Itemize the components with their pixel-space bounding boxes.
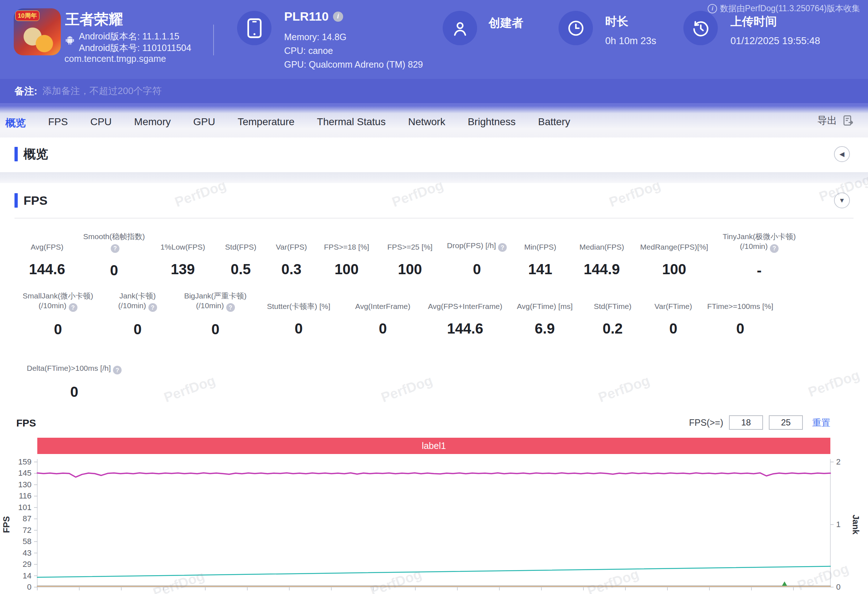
- stat-value: 0.3: [266, 261, 317, 277]
- android-version-name: Android版本名: 11.1.1.15: [79, 30, 191, 42]
- device-gpu: GPU: Qualcomm Adreno (TM) 829: [284, 59, 423, 70]
- nav-tab-Battery[interactable]: Battery: [538, 116, 570, 130]
- stat-value: 100: [376, 261, 443, 277]
- fps-collapse-button[interactable]: ▼: [834, 192, 850, 208]
- stat-value: 0.2: [583, 320, 642, 337]
- overview-title: 概览: [24, 146, 48, 162]
- device-memory: Memory: 14.8G: [284, 32, 346, 42]
- stat-r2-4: Avg(InterFrame)0: [342, 291, 424, 338]
- nav-bar: 概览FPSCPUMemoryGPUTemperatureThermal Stat…: [0, 103, 868, 137]
- stat-label: Std(FTime): [583, 291, 642, 311]
- section-separator: [0, 172, 868, 183]
- stat-value: 100: [633, 261, 715, 277]
- stat-value: 0: [16, 384, 132, 400]
- fps-threshold-high-input[interactable]: [769, 415, 803, 430]
- creator-icon-circle: [443, 11, 477, 45]
- nav-tab-GPU[interactable]: GPU: [193, 116, 216, 130]
- svg-text:58: 58: [23, 537, 31, 546]
- device-info-icon[interactable]: i: [333, 12, 343, 22]
- android-version-block: Android版本名: 11.1.1.15 Android版本号: 110101…: [65, 30, 191, 53]
- stat-r2-1: Jank(卡顿) (/10min)?0: [100, 291, 176, 338]
- stat-r1-4: Var(FPS)0.3: [266, 231, 317, 279]
- upload-label: 上传时间: [731, 14, 777, 29]
- stat-r2-2: BigJank(严重卡顿) (/10min)?0: [176, 291, 255, 338]
- help-icon[interactable]: ?: [111, 244, 120, 253]
- nav-tab-Brightness[interactable]: Brightness: [468, 116, 515, 130]
- stat-r1-7: Drop(FPS) [/h]?0: [443, 231, 510, 279]
- stat-value: 144.6: [16, 261, 78, 277]
- device-icon-circle: [237, 11, 272, 45]
- stat-value: 100: [317, 261, 376, 277]
- app-badge: 10周年: [15, 10, 40, 21]
- stat-row-1: Avg(FPS)144.6Smooth(稳帧指数)?01%Low(FPS)139…: [16, 231, 852, 279]
- svg-text:43: 43: [23, 548, 31, 557]
- stat-label: BigJank(严重卡顿) (/10min)?: [176, 291, 255, 312]
- fps-threshold-low-input[interactable]: [729, 415, 763, 430]
- stat-r1-11: TinyJank(极微小卡顿) (/10min)?-: [715, 231, 803, 279]
- overview-section-header: 概览 ◀: [15, 146, 868, 162]
- header-divider: [213, 25, 214, 55]
- stat-r1-6: FPS>=25 [%]100: [376, 231, 443, 279]
- fps-section-title: FPS: [24, 193, 47, 208]
- note-input[interactable]: [42, 85, 549, 97]
- stat-r1-9: Median(FPS)144.9: [570, 231, 633, 279]
- stat-value: 6.9: [507, 320, 583, 337]
- nav-tabs: 概览FPSCPUMemoryGPUTemperatureThermal Stat…: [6, 116, 570, 130]
- nav-tab-FPS[interactable]: FPS: [48, 116, 68, 130]
- stat-label: FPS>=18 [%]: [317, 231, 376, 252]
- nav-tab-概览[interactable]: 概览: [6, 116, 26, 130]
- clock-icon: [567, 19, 585, 37]
- stat-r1-5: FPS>=18 [%]100: [317, 231, 376, 279]
- stat-label: FPS>=25 [%]: [376, 231, 443, 252]
- stat-value: 0: [16, 321, 100, 338]
- svg-text:130: 130: [18, 480, 31, 489]
- svg-text:1: 1: [836, 520, 840, 529]
- nav-tab-CPU[interactable]: CPU: [90, 116, 111, 130]
- svg-text:14: 14: [23, 571, 31, 580]
- duration-icon-circle: [558, 11, 593, 45]
- svg-text:0: 0: [836, 582, 840, 591]
- stat-label: 1%Low(FPS): [150, 231, 216, 252]
- stat-r1-8: Min(FPS)141: [510, 231, 570, 279]
- note-label: 备注:: [15, 85, 37, 98]
- fps-stats: Avg(FPS)144.6Smooth(稳帧指数)?01%Low(FPS)139…: [0, 231, 868, 400]
- svg-text:116: 116: [19, 491, 31, 500]
- stat-label: Min(FPS): [510, 231, 570, 252]
- fps-chart-svg[interactable]: 014294358728710111613014515901200:0000:3…: [0, 454, 868, 594]
- stat-row-2: SmallJank(微小卡顿) (/10min)?0Jank(卡顿) (/10m…: [16, 291, 852, 338]
- nav-tab-Memory[interactable]: Memory: [134, 116, 171, 130]
- help-icon[interactable]: ?: [69, 303, 77, 312]
- help-icon[interactable]: ?: [113, 366, 122, 374]
- collector-note-text: 数据由PerfDog(11.3.250764)版本收集: [720, 3, 860, 14]
- stat-label: Avg(FTime) [ms]: [507, 291, 583, 311]
- nav-tab-Temperature[interactable]: Temperature: [238, 116, 294, 130]
- stat-r1-2: 1%Low(FPS)139: [150, 231, 216, 279]
- fps-filter-controls: FPS(>=) 重置: [689, 415, 830, 430]
- stat-value: 0: [100, 321, 176, 338]
- svg-text:FPS: FPS: [1, 516, 11, 533]
- help-icon[interactable]: ?: [148, 303, 157, 312]
- note-bar: 备注:: [0, 79, 868, 103]
- nav-tab-Network[interactable]: Network: [408, 116, 445, 130]
- help-icon[interactable]: ?: [498, 243, 507, 252]
- stat-value: 0: [443, 261, 510, 277]
- svg-text:2: 2: [836, 457, 840, 466]
- stat-label: Var(FPS): [266, 231, 317, 252]
- stat-label: Avg(FPS+InterFrame): [424, 291, 507, 311]
- help-icon[interactable]: ?: [770, 244, 779, 253]
- reset-link[interactable]: 重置: [812, 417, 830, 429]
- help-icon[interactable]: ?: [226, 303, 235, 312]
- nav-tab-Thermal Status[interactable]: Thermal Status: [317, 116, 386, 130]
- stat-label: Smooth(稳帧指数)?: [78, 231, 150, 253]
- android-icon: [65, 35, 75, 46]
- chart-label-banner: label1: [37, 438, 830, 454]
- overview-collapse-button[interactable]: ◀: [834, 146, 850, 162]
- export-button[interactable]: 导出: [817, 114, 854, 127]
- stat-value: 0: [176, 321, 255, 338]
- upload-value: 01/12/2025 19:55:48: [731, 35, 820, 47]
- stat-value: 0: [642, 320, 704, 337]
- report-header: i 数据由PerfDog(11.3.250764)版本收集 10周年 王者荣耀 …: [0, 0, 868, 79]
- stat-r1-0: Avg(FPS)144.6: [16, 231, 78, 279]
- stat-label: Delta(FTime)>100ms [/h]?: [16, 354, 132, 374]
- chart-label-text: label1: [422, 441, 446, 451]
